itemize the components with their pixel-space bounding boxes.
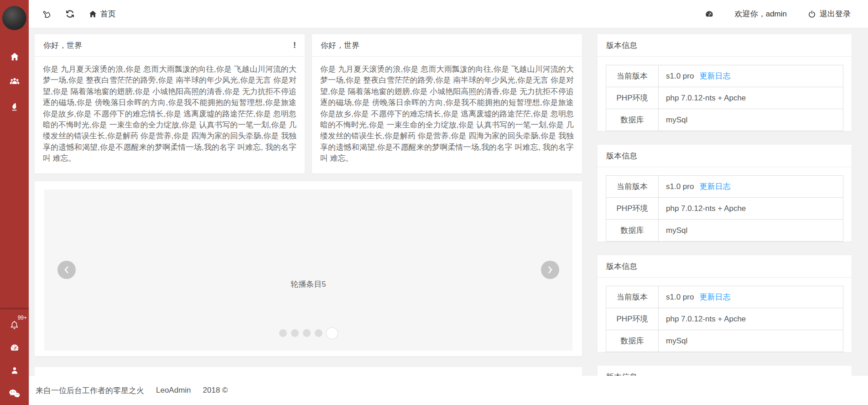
footer-year: 2018 © [203, 386, 228, 395]
navbar-left: 首页 [29, 9, 116, 19]
wechat-icon [9, 389, 20, 399]
row-value: mySql [659, 220, 843, 242]
table-row: 数据库 mySql [606, 220, 843, 242]
row-value: s1.0 pro [666, 182, 694, 191]
table-row: PHP环境 php 7.0.12-nts + Apche [606, 308, 843, 330]
sidebar-item-home[interactable] [0, 44, 29, 69]
card-title: 版本信息 [606, 151, 637, 161]
carousel-caption: 轮播条目5 [44, 279, 572, 289]
sidebar-item-profile[interactable] [0, 359, 29, 382]
carousel-dot-2[interactable] [291, 329, 299, 337]
update-log-link[interactable]: 更新日志 [699, 72, 730, 80]
sidebar: 99+ [0, 0, 29, 405]
row-value: s1.0 pro [666, 72, 694, 80]
sidebar-item-dashboard[interactable] [0, 337, 29, 359]
row-value: php 7.0.12-nts + Apche [659, 308, 843, 330]
update-log-link[interactable]: 更新日志 [699, 182, 730, 191]
avatar[interactable] [2, 6, 26, 30]
collapse-menu-button[interactable] [42, 9, 52, 19]
sidebar-item-wechat[interactable] [0, 382, 29, 405]
sidebar-item-sign[interactable] [0, 94, 29, 119]
version-card-1: 版本信息 当前版本 s1.0 pro更新日志 PHP环境 php 7.0.12-… [598, 34, 852, 131]
carousel-next-button[interactable] [541, 261, 559, 279]
row-value: mySql [659, 109, 843, 131]
update-log-link[interactable]: 更新日志 [699, 293, 730, 301]
right-column: 版本信息 当前版本 s1.0 pro更新日志 PHP环境 php 7.0.12-… [598, 34, 852, 405]
breadcrumb-home-label: 首页 [100, 9, 116, 19]
home-icon [10, 52, 20, 62]
notification-badge: 99+ [18, 315, 27, 321]
row-label: PHP环境 [606, 87, 659, 109]
version-card-3: 版本信息 当前版本 s1.0 pro更新日志 PHP环境 php 7.0.12-… [598, 255, 852, 352]
table-row: PHP环境 php 7.0.12-nts + Apche [606, 198, 843, 220]
sidebar-item-users[interactable] [0, 69, 29, 94]
welcome-text: 欢迎你，admin [735, 9, 787, 19]
sidebar-menu [0, 44, 29, 119]
table-row: PHP环境 php 7.0.12-nts + Apche [606, 87, 843, 109]
row-value: mySql [659, 330, 843, 352]
table-row: 当前版本 s1.0 pro更新日志 [606, 176, 843, 198]
quill-icon [10, 101, 20, 112]
version-table: 当前版本 s1.0 pro更新日志 PHP环境 php 7.0.12-nts +… [606, 65, 843, 131]
row-label: 当前版本 [606, 286, 659, 308]
footer: 来自一位后台工作者的零星之火 LeoAdmin 2018 © [29, 376, 868, 405]
footer-motto: 来自一位后台工作者的零星之火 [36, 385, 144, 396]
version-card-2: 版本信息 当前版本 s1.0 pro更新日志 PHP环境 php 7.0.12-… [598, 145, 852, 242]
sidebar-item-notifications[interactable]: 99+ [0, 314, 29, 337]
hand-pointer-icon [40, 7, 54, 21]
version-table: 当前版本 s1.0 pro更新日志 PHP环境 php 7.0.12-nts +… [606, 175, 843, 242]
power-icon [807, 10, 816, 19]
carousel: 轮播条目5 [44, 189, 572, 351]
row-value: php 7.0.12-nts + Apche [659, 198, 843, 220]
row-label: 数据库 [606, 109, 659, 131]
table-row: 当前版本 s1.0 pro更新日志 [606, 286, 843, 308]
home-icon [88, 10, 97, 18]
logout-button[interactable]: 退出登录 [807, 9, 851, 19]
breadcrumb-home[interactable]: 首页 [88, 9, 116, 19]
users-icon [9, 76, 20, 87]
left-column: 你好，世界 ! 你是 九月夏天滚烫的浪,你是 忽而大雨瓢泼的向往,你是 飞越山川… [35, 34, 582, 405]
carousel-dots [44, 328, 572, 339]
carousel-dot-4[interactable] [315, 329, 322, 337]
row-label: 数据库 [606, 220, 659, 242]
version-table: 当前版本 s1.0 pro更新日志 PHP环境 php 7.0.12-nts +… [606, 286, 843, 352]
row-value: php 7.0.12-nts + Apche [659, 87, 843, 109]
sidebar-bottom: 99+ [0, 309, 29, 405]
card-title: 你好，世界 [321, 40, 359, 51]
logout-label: 退出登录 [820, 9, 851, 19]
card-title: 版本信息 [606, 261, 637, 272]
table-row: 数据库 mySql [606, 109, 843, 131]
refresh-button[interactable] [65, 9, 75, 19]
carousel-dot-3[interactable] [303, 329, 311, 337]
row-label: 当前版本 [606, 65, 659, 87]
carousel-dot-1[interactable] [279, 329, 287, 337]
card-title: 版本信息 [606, 40, 637, 51]
chevron-right-icon [547, 266, 553, 274]
table-row: 当前版本 s1.0 pro更新日志 [606, 65, 843, 87]
navbar-right: 欢迎你，admin 退出登录 [704, 9, 868, 19]
top-navbar: 首页 欢迎你，admin 退出登录 [29, 0, 868, 28]
row-label: PHP环境 [606, 308, 659, 330]
tachometer-icon [704, 9, 714, 19]
row-value: s1.0 pro [666, 293, 694, 301]
dashboard-button[interactable] [704, 9, 714, 19]
main-content: 你好，世界 ! 你是 九月夏天滚烫的浪,你是 忽而大雨瓢泼的向往,你是 飞越山川… [29, 28, 868, 405]
card-title: 你好，世界 [43, 40, 82, 51]
refresh-icon [65, 9, 75, 19]
tachometer-icon [9, 342, 20, 353]
carousel-dot-5-active[interactable] [327, 328, 338, 339]
user-icon [10, 366, 20, 376]
row-label: PHP环境 [606, 198, 659, 220]
carousel-prev-button[interactable] [57, 261, 76, 279]
row-label: 当前版本 [606, 176, 659, 198]
bell-icon: 99+ [9, 320, 20, 331]
hello-card-body: 你是 九月夏天滚烫的浪,你是 忽而大雨瓢泼的向往,你是 飞越山川河流的大梦一场,… [35, 57, 305, 174]
chevron-left-icon [63, 266, 70, 274]
hello-card-body: 你是 九月夏天滚烫的浪,你是 忽而大雨瓢泼的向往,你是 飞越山川河流的大梦一场,… [312, 57, 582, 174]
hello-card-2: 你好，世界 你是 九月夏天滚烫的浪,你是 忽而大雨瓢泼的向往,你是 飞越山川河流… [312, 34, 582, 174]
carousel-card: 轮播条目5 [35, 181, 582, 356]
table-row: 数据库 mySql [606, 330, 843, 352]
exclamation-icon[interactable]: ! [293, 40, 296, 50]
hello-card-1: 你好，世界 ! 你是 九月夏天滚烫的浪,你是 忽而大雨瓢泼的向往,你是 飞越山川… [35, 34, 305, 174]
footer-brand: LeoAdmin [156, 386, 191, 395]
